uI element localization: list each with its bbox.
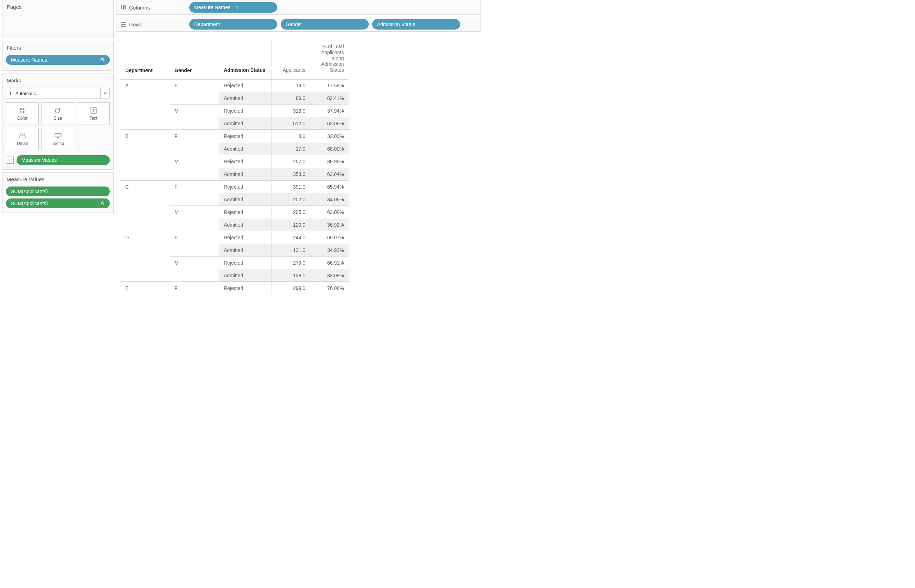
cell-admission-status[interactable]: Admitted: [219, 244, 271, 257]
cell-department[interactable]: [120, 244, 169, 257]
cell-admission-status[interactable]: Rejected: [219, 155, 271, 168]
cell-applicants[interactable]: 313.0: [271, 105, 310, 117]
cell-department[interactable]: [120, 117, 169, 130]
columns-pill-measure-names[interactable]: Measure Names: [189, 2, 277, 13]
cell-applicants[interactable]: 353.0: [271, 168, 310, 181]
header-department[interactable]: Department: [120, 40, 169, 79]
cell-admission-status[interactable]: Rejected: [219, 105, 271, 117]
cell-department[interactable]: E: [120, 282, 169, 294]
columns-shelf[interactable]: Columns Measure Names: [116, 0, 481, 15]
cell-applicants[interactable]: 120.0: [271, 218, 310, 231]
cell-pct[interactable]: 63.04%: [310, 168, 349, 181]
cell-department[interactable]: D: [120, 231, 169, 244]
cell-department[interactable]: [120, 193, 169, 206]
marks-text-pill[interactable]: Measure Values: [16, 155, 110, 165]
cell-gender[interactable]: [169, 218, 219, 231]
cell-pct[interactable]: 76.08%: [310, 282, 349, 294]
cell-pct[interactable]: 34.06%: [310, 193, 349, 206]
cell-gender[interactable]: M: [169, 105, 219, 117]
cell-pct[interactable]: 63.08%: [310, 206, 349, 218]
filter-pill-measure-names[interactable]: Measure Names: [6, 55, 110, 65]
cell-admission-status[interactable]: Rejected: [219, 257, 271, 269]
cell-department[interactable]: [120, 257, 169, 269]
cell-pct[interactable]: 33.09%: [310, 269, 349, 282]
cell-applicants[interactable]: 131.0: [271, 244, 310, 257]
cell-applicants[interactable]: 138.0: [271, 269, 310, 282]
cell-gender[interactable]: F: [169, 282, 219, 294]
cell-pct[interactable]: 34.93%: [310, 244, 349, 257]
marks-detail-button[interactable]: Detail: [6, 128, 39, 150]
cell-admission-status[interactable]: Rejected: [219, 206, 271, 218]
cell-department[interactable]: [120, 269, 169, 282]
cell-pct[interactable]: 36.96%: [310, 155, 349, 168]
cell-gender[interactable]: F: [169, 181, 219, 193]
cell-applicants[interactable]: 202.0: [271, 193, 310, 206]
rows-shelf[interactable]: Rows Department Gender Admission Status: [116, 17, 481, 32]
cell-pct[interactable]: 82.41%: [310, 92, 349, 105]
cell-pct[interactable]: 66.91%: [310, 257, 349, 269]
pages-card[interactable]: Pages: [2, 0, 114, 38]
header-gender[interactable]: Gender: [169, 40, 219, 79]
measure-values-pill-0[interactable]: SUM(Applicants): [6, 186, 110, 196]
cell-pct[interactable]: 68.00%: [310, 142, 349, 155]
cell-gender[interactable]: F: [169, 79, 219, 92]
cell-gender[interactable]: [169, 269, 219, 282]
cell-admission-status[interactable]: Admitted: [219, 168, 271, 181]
cell-pct[interactable]: 65.94%: [310, 181, 349, 193]
cell-admission-status[interactable]: Rejected: [219, 79, 271, 92]
cell-applicants[interactable]: 207.0: [271, 155, 310, 168]
cell-admission-status[interactable]: Admitted: [219, 117, 271, 130]
cell-admission-status[interactable]: Admitted: [219, 218, 271, 231]
cell-gender[interactable]: F: [169, 231, 219, 244]
cell-gender[interactable]: F: [169, 130, 219, 142]
cell-gender[interactable]: M: [169, 155, 219, 168]
cell-applicants[interactable]: 279.0: [271, 257, 310, 269]
marks-size-button[interactable]: Size: [42, 102, 74, 125]
cell-department[interactable]: [120, 105, 169, 117]
cell-department[interactable]: [120, 142, 169, 155]
cell-gender[interactable]: [169, 142, 219, 155]
cell-department[interactable]: A: [120, 79, 169, 92]
marks-tooltip-button[interactable]: Tooltip: [42, 128, 74, 150]
cell-pct[interactable]: 37.94%: [310, 105, 349, 117]
cell-gender[interactable]: [169, 92, 219, 105]
cell-applicants[interactable]: 17.0: [271, 142, 310, 155]
cell-pct[interactable]: 65.07%: [310, 231, 349, 244]
cell-applicants[interactable]: 205.0: [271, 206, 310, 218]
marks-color-button[interactable]: Color: [6, 102, 39, 125]
cell-admission-status[interactable]: Rejected: [219, 282, 271, 294]
cell-admission-status[interactable]: Rejected: [219, 130, 271, 142]
header-admission-status[interactable]: Admission Status: [219, 40, 271, 79]
marks-text-button[interactable]: T Text: [77, 102, 110, 125]
cell-admission-status[interactable]: Admitted: [219, 142, 271, 155]
cell-gender[interactable]: M: [169, 257, 219, 269]
rows-pill-gender[interactable]: Gender: [281, 19, 369, 29]
cell-gender[interactable]: [169, 193, 219, 206]
cell-department[interactable]: [120, 92, 169, 105]
cell-admission-status[interactable]: Admitted: [219, 193, 271, 206]
cell-admission-status[interactable]: Admitted: [219, 92, 271, 105]
cell-gender[interactable]: M: [169, 206, 219, 218]
cell-applicants[interactable]: 89.0: [271, 92, 310, 105]
cell-admission-status[interactable]: Admitted: [219, 269, 271, 282]
cell-pct[interactable]: 36.92%: [310, 218, 349, 231]
measure-values-pill-1[interactable]: SUM(Applicants): [6, 199, 110, 208]
cell-admission-status[interactable]: Rejected: [219, 181, 271, 193]
cell-department[interactable]: [120, 218, 169, 231]
cell-applicants[interactable]: 8.0: [271, 130, 310, 142]
mark-type-select[interactable]: T Automatic ▼: [6, 87, 110, 99]
cell-department[interactable]: C: [120, 181, 169, 193]
header-applicants[interactable]: Applicants: [271, 40, 310, 79]
cell-department[interactable]: [120, 155, 169, 168]
filters-card[interactable]: Filters Measure Names: [2, 41, 114, 71]
chevron-down-icon[interactable]: ▼: [100, 88, 110, 99]
cell-gender[interactable]: [169, 117, 219, 130]
rows-pill-admission-status[interactable]: Admission Status: [372, 19, 460, 29]
cell-applicants[interactable]: 391.0: [271, 181, 310, 193]
cell-pct[interactable]: 62.06%: [310, 117, 349, 130]
cell-applicants[interactable]: 19.0: [271, 79, 310, 92]
cell-applicants[interactable]: 244.0: [271, 231, 310, 244]
header-pct[interactable]: % of Total Applicants along Admission St…: [310, 40, 349, 79]
cell-admission-status[interactable]: Rejected: [219, 231, 271, 244]
cell-department[interactable]: B: [120, 130, 169, 142]
